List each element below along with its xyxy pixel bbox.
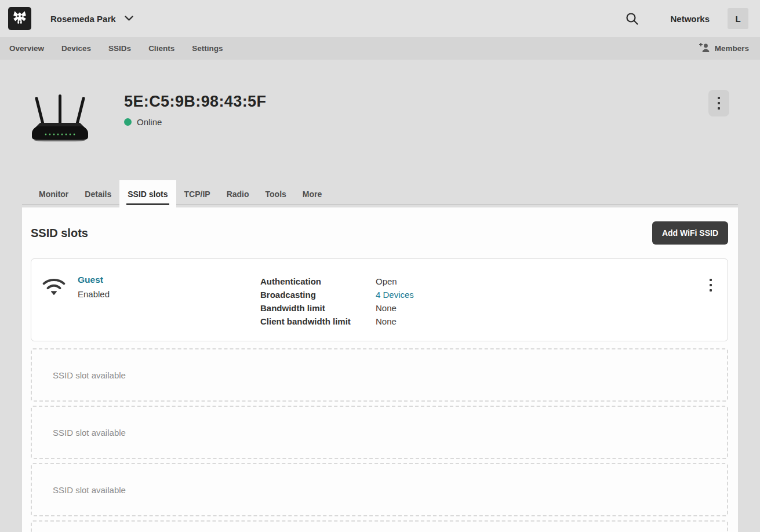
members-button[interactable]: Members [698,42,749,54]
ssid-name-link[interactable]: Guest [78,275,260,285]
empty-ssid-slot-2: SSID slot available [31,406,728,459]
mask-logo-icon [12,11,27,26]
broadcasting-devices-link[interactable]: 4 Devices [376,288,414,301]
empty-ssid-slot-3: SSID slot available [31,463,728,516]
panel-header: SSID slots Add WiFi SSID [31,221,728,245]
tab-tcp-ip[interactable]: TCP/IP [176,180,219,207]
kebab-icon [718,97,720,99]
router-image [32,93,88,144]
kebab-icon [710,279,712,281]
device-mac-title: 5E:C5:9B:98:43:5F [124,93,266,111]
empty-ssid-slot-1: SSID slot available [31,348,728,402]
top-bar: Rosemeda Park Networks L [0,0,760,37]
ssid-slots-panel: SSID slots Add WiFi SSID Guest Enabled A… [22,207,738,532]
nav-item-overview[interactable]: Overview [9,44,44,53]
topbar-right-group: Networks L [626,8,748,29]
add-person-icon [698,42,710,54]
network-selector[interactable]: Rosemeda Park [50,14,116,24]
empty-ssid-slot-4-partial [31,520,728,532]
ssid-name-block: Guest Enabled [78,275,260,341]
empty-slot-label: SSID slot available [53,428,126,438]
device-tabstrip: Monitor Details SSID slots TCP/IP Radio … [22,180,738,207]
nav-item-ssids[interactable]: SSIDs [108,44,131,53]
ssid-state: Enabled [78,289,260,299]
device-info: 5E:C5:9B:98:43:5F Online [124,93,266,144]
nav-item-clients[interactable]: Clients [148,44,174,53]
field-broadcasting: Broadcasting 4 Devices [260,288,714,301]
device-status: Online [124,117,266,127]
field-client-bandwidth-limit: Client bandwidth limit None [260,315,714,328]
tab-monitor[interactable]: Monitor [31,180,77,207]
online-status-dot [124,118,132,126]
search-icon[interactable] [626,12,639,25]
main-nav: Overview Devices SSIDs Clients Settings … [0,37,760,60]
app-screen: Rosemeda Park Networks L Overview Device… [0,0,760,532]
field-authentication: Authentication Open [260,275,714,288]
networks-link[interactable]: Networks [670,14,710,24]
add-wifi-ssid-button[interactable]: Add WiFi SSID [652,221,728,245]
online-status-label: Online [137,117,162,127]
tab-details[interactable]: Details [77,180,119,207]
ssid-card-menu-button[interactable] [710,279,712,291]
tab-ssid-slots[interactable]: SSID slots [119,180,176,207]
page-title: SSID slots [31,227,88,240]
tab-tools[interactable]: Tools [257,180,294,207]
ssid-fields: Authentication Open Broadcasting 4 Devic… [260,275,714,341]
field-bandwidth-limit: Bandwidth limit None [260,301,714,315]
empty-slot-label: SSID slot available [53,485,126,495]
nav-item-devices[interactable]: Devices [61,44,91,53]
tab-more[interactable]: More [294,180,330,207]
device-actions-menu-button[interactable] [708,90,729,116]
chevron-down-icon[interactable] [125,16,133,21]
tab-radio[interactable]: Radio [219,180,257,207]
avatar[interactable]: L [728,8,748,29]
members-label: Members [715,44,749,53]
wifi-icon [42,276,66,341]
device-header: 5E:C5:9B:98:43:5F Online [0,60,760,144]
empty-slot-label: SSID slot available [53,370,126,380]
ssid-card-guest: Guest Enabled Authentication Open Broadc… [31,258,728,341]
nav-item-settings[interactable]: Settings [192,44,223,53]
brand-logo[interactable] [8,7,31,30]
